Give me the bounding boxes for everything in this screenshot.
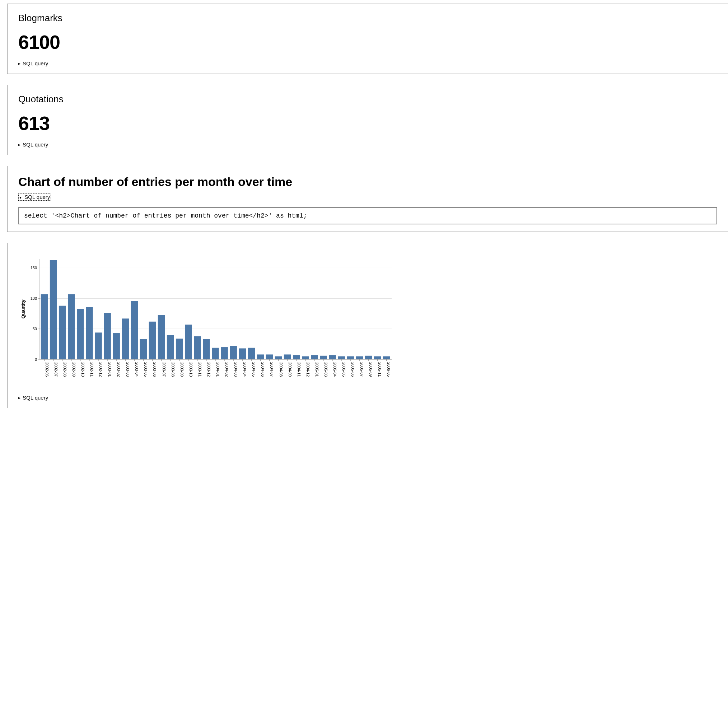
sql-query-box: select '<h2>Chart of number of entries p… bbox=[18, 207, 717, 224]
chart-container: 0501001502002-062002-072002-082002-09200… bbox=[18, 252, 717, 388]
svg-rect-11 bbox=[41, 294, 48, 359]
svg-rect-20 bbox=[68, 294, 75, 359]
svg-text:2003-11: 2003-11 bbox=[198, 362, 202, 377]
svg-text:2004-06: 2004-06 bbox=[261, 362, 265, 377]
metric-title: Quotations bbox=[18, 94, 717, 105]
sql-toggle-label: SQL query bbox=[24, 194, 50, 200]
card-blogmarks: Blogmarks 6100 SQL query bbox=[7, 4, 728, 74]
bar-chart: 0501001502002-062002-072002-082002-09200… bbox=[18, 255, 392, 388]
svg-text:2002-10: 2002-10 bbox=[81, 362, 85, 377]
svg-text:2005-05: 2005-05 bbox=[342, 362, 346, 377]
sql-details: SQL query bbox=[18, 395, 717, 401]
svg-text:2004-08: 2004-08 bbox=[279, 362, 283, 377]
svg-rect-74 bbox=[230, 346, 237, 359]
svg-rect-23 bbox=[77, 309, 84, 359]
svg-text:2003-05: 2003-05 bbox=[144, 362, 148, 377]
svg-text:2003-09: 2003-09 bbox=[180, 362, 184, 377]
sql-details-open: SQL query select '<h2>Chart of number of… bbox=[18, 193, 717, 224]
svg-text:2004-11: 2004-11 bbox=[297, 362, 301, 377]
svg-rect-56 bbox=[176, 338, 183, 359]
svg-rect-14 bbox=[50, 260, 57, 359]
svg-rect-89 bbox=[275, 357, 282, 359]
svg-rect-32 bbox=[104, 313, 111, 359]
svg-rect-26 bbox=[86, 307, 93, 359]
card-quotations: Quotations 613 SQL query bbox=[7, 85, 728, 155]
svg-text:2003-07: 2003-07 bbox=[162, 362, 166, 377]
svg-rect-68 bbox=[212, 348, 219, 359]
svg-rect-44 bbox=[140, 339, 147, 359]
svg-text:2005-01: 2005-01 bbox=[315, 362, 319, 377]
svg-text:2002-07: 2002-07 bbox=[54, 362, 58, 377]
svg-text:2003-12: 2003-12 bbox=[207, 362, 211, 377]
svg-rect-71 bbox=[221, 347, 228, 359]
svg-text:2004-09: 2004-09 bbox=[288, 362, 292, 377]
card-chart: 0501001502002-062002-072002-082002-09200… bbox=[7, 243, 728, 408]
sql-details: SQL query bbox=[18, 141, 717, 147]
svg-rect-29 bbox=[95, 332, 102, 359]
sql-toggle-label: SQL query bbox=[23, 60, 48, 66]
svg-rect-47 bbox=[149, 321, 156, 359]
sql-toggle[interactable]: SQL query bbox=[18, 141, 48, 147]
svg-text:2004-04: 2004-04 bbox=[243, 362, 247, 377]
sql-toggle[interactable]: SQL query bbox=[18, 60, 48, 66]
svg-text:2002-12: 2002-12 bbox=[99, 362, 103, 377]
svg-text:2005-11: 2005-11 bbox=[378, 362, 382, 377]
svg-rect-119 bbox=[365, 356, 372, 359]
svg-rect-113 bbox=[347, 357, 354, 359]
svg-rect-104 bbox=[320, 356, 327, 359]
sql-details: SQL query bbox=[18, 60, 717, 66]
svg-rect-35 bbox=[113, 333, 120, 359]
svg-text:150: 150 bbox=[31, 266, 37, 270]
svg-text:2003-10: 2003-10 bbox=[189, 362, 193, 377]
svg-rect-116 bbox=[356, 357, 363, 359]
svg-rect-107 bbox=[329, 355, 336, 359]
svg-rect-125 bbox=[383, 357, 390, 359]
svg-text:2004-02: 2004-02 bbox=[225, 362, 229, 377]
svg-text:2006-05: 2006-05 bbox=[387, 362, 391, 377]
svg-text:2004-12: 2004-12 bbox=[306, 362, 310, 377]
sql-toggle[interactable]: SQL query bbox=[18, 395, 48, 401]
svg-text:2002-09: 2002-09 bbox=[72, 362, 76, 377]
sql-toggle[interactable]: SQL query bbox=[18, 193, 51, 201]
svg-rect-95 bbox=[293, 355, 300, 359]
svg-text:2002-08: 2002-08 bbox=[63, 362, 67, 377]
svg-text:100: 100 bbox=[31, 296, 37, 300]
svg-rect-92 bbox=[284, 354, 291, 359]
svg-text:2003-03: 2003-03 bbox=[125, 362, 130, 377]
svg-rect-50 bbox=[158, 315, 165, 359]
svg-text:2003-02: 2003-02 bbox=[117, 362, 121, 377]
svg-rect-53 bbox=[167, 335, 174, 359]
svg-text:2003-01: 2003-01 bbox=[108, 362, 112, 377]
svg-text:2004-03: 2004-03 bbox=[234, 362, 238, 377]
svg-rect-98 bbox=[302, 357, 309, 359]
svg-text:2005-09: 2005-09 bbox=[369, 362, 373, 377]
svg-rect-101 bbox=[311, 355, 318, 359]
sql-toggle-label: SQL query bbox=[23, 395, 48, 401]
svg-text:2003-08: 2003-08 bbox=[171, 362, 175, 377]
svg-text:2002-11: 2002-11 bbox=[90, 362, 94, 377]
svg-rect-38 bbox=[122, 318, 129, 359]
metric-value: 613 bbox=[18, 112, 717, 134]
metric-value: 6100 bbox=[18, 31, 717, 53]
svg-text:50: 50 bbox=[33, 327, 37, 331]
metric-title: Blogmarks bbox=[18, 12, 717, 24]
svg-text:2004-05: 2004-05 bbox=[252, 362, 256, 377]
sql-toggle-label: SQL query bbox=[23, 141, 48, 147]
svg-rect-62 bbox=[194, 336, 201, 359]
svg-rect-86 bbox=[266, 354, 273, 359]
svg-text:0: 0 bbox=[35, 357, 37, 361]
svg-text:2003-06: 2003-06 bbox=[153, 362, 157, 377]
svg-text:2005-03: 2005-03 bbox=[324, 362, 328, 377]
svg-rect-41 bbox=[131, 301, 138, 359]
svg-text:2003-04: 2003-04 bbox=[135, 362, 139, 377]
svg-rect-83 bbox=[257, 354, 264, 359]
svg-text:2004-01: 2004-01 bbox=[216, 362, 220, 377]
svg-rect-110 bbox=[338, 357, 345, 359]
svg-rect-65 bbox=[203, 339, 210, 359]
svg-text:2005-06: 2005-06 bbox=[351, 362, 355, 377]
svg-rect-17 bbox=[59, 306, 66, 359]
svg-rect-122 bbox=[374, 357, 381, 359]
svg-text:Quantity: Quantity bbox=[20, 299, 26, 318]
svg-text:2005-07: 2005-07 bbox=[360, 362, 364, 377]
svg-text:2005-04: 2005-04 bbox=[333, 362, 337, 377]
